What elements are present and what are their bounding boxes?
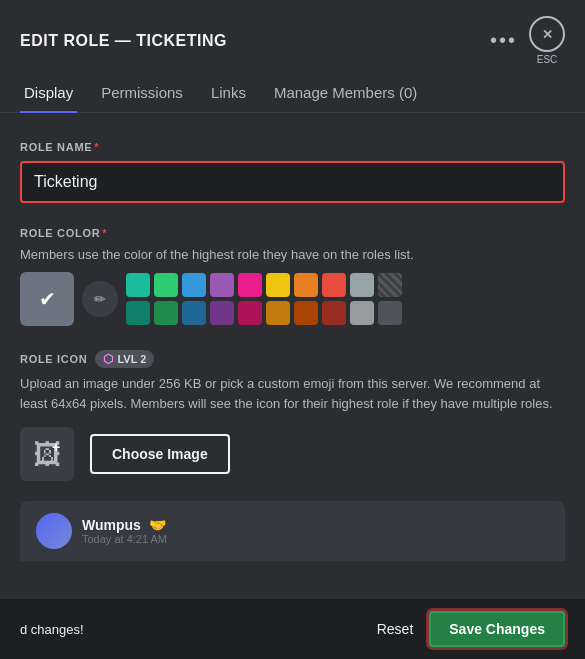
color-grid <box>126 273 402 325</box>
color-swatch[interactable] <box>126 273 150 297</box>
pencil-icon: ✏ <box>94 291 106 307</box>
reset-button[interactable]: Reset <box>377 621 414 637</box>
modal: EDIT ROLE — TICKETING ••• ✕ ESC Display … <box>0 0 585 659</box>
unsaved-changes-text: d changes! <box>20 622 361 637</box>
tab-permissions[interactable]: Permissions <box>97 74 187 113</box>
x-icon: ✕ <box>542 27 553 42</box>
modal-content: ROLE NAME* ROLE COLOR* Members use the c… <box>0 113 585 599</box>
color-swatch[interactable] <box>322 301 346 325</box>
color-swatch[interactable] <box>210 301 234 325</box>
color-swatch[interactable] <box>238 273 262 297</box>
choose-image-button[interactable]: Choose Image <box>90 434 230 474</box>
role-name-input[interactable] <box>20 161 565 203</box>
edit-color-button[interactable]: ✏ <box>82 281 118 317</box>
icon-upload-row: 🖼 + Choose Image <box>20 427 565 481</box>
modal-header: EDIT ROLE — TICKETING ••• ✕ ESC <box>0 0 585 65</box>
more-options-button[interactable]: ••• <box>490 29 517 52</box>
boost-icon: ⬡ <box>103 352 113 366</box>
color-swatch[interactable] <box>266 273 290 297</box>
role-icon-section: ROLE ICON ⬡ LVL 2 Upload an image under … <box>20 350 565 481</box>
role-color-description: Members use the color of the highest rol… <box>20 247 565 262</box>
esc-label: ESC <box>537 54 558 65</box>
role-name-label: ROLE NAME* <box>20 141 565 153</box>
icon-placeholder[interactable]: 🖼 + <box>20 427 74 481</box>
preview-avatar <box>36 513 72 549</box>
role-color-label: ROLE COLOR* <box>20 227 565 239</box>
color-row-2 <box>126 301 402 325</box>
preview-section: Wumpus 🤝 Today at 4:21 AM <box>20 501 565 561</box>
checkmark-icon: ✔ <box>39 287 56 311</box>
color-swatch[interactable] <box>154 301 178 325</box>
modal-footer: d changes! Reset Save Changes <box>0 599 585 659</box>
friend-add-icon: 🤝 <box>149 517 166 533</box>
color-swatch[interactable] <box>294 301 318 325</box>
color-swatch[interactable] <box>378 301 402 325</box>
role-color-section: ROLE COLOR* Members use the color of the… <box>20 227 565 326</box>
color-swatch[interactable] <box>182 301 206 325</box>
color-swatch[interactable] <box>182 273 206 297</box>
color-swatch[interactable] <box>238 301 262 325</box>
color-swatch[interactable] <box>210 273 234 297</box>
lvl-badge: ⬡ LVL 2 <box>95 350 154 368</box>
esc-button[interactable]: ✕ ESC <box>529 16 565 65</box>
save-changes-button[interactable]: Save Changes <box>429 611 565 647</box>
color-swatch[interactable] <box>126 301 150 325</box>
color-swatch[interactable] <box>294 273 318 297</box>
tab-display[interactable]: Display <box>20 74 77 113</box>
preview-timestamp: Today at 4:21 AM <box>82 533 167 545</box>
color-swatch[interactable] <box>154 273 178 297</box>
color-swatch[interactable] <box>322 273 346 297</box>
esc-circle: ✕ <box>529 16 565 52</box>
required-star-color: * <box>102 227 107 239</box>
tab-links[interactable]: Links <box>207 74 250 113</box>
color-picker-row: ✔ ✏ <box>20 272 565 326</box>
tab-manage-members[interactable]: Manage Members (0) <box>270 74 421 113</box>
role-icon-description: Upload an image under 256 KB or pick a c… <box>20 374 565 413</box>
color-swatch[interactable] <box>350 273 374 297</box>
header-actions: ••• ✕ ESC <box>490 16 565 65</box>
role-icon-title-row: ROLE ICON ⬡ LVL 2 <box>20 350 565 368</box>
three-dots-icon: ••• <box>490 29 517 52</box>
color-row-1 <box>126 273 402 297</box>
role-icon-label: ROLE ICON <box>20 353 87 365</box>
color-swatch[interactable] <box>266 301 290 325</box>
lvl-text: LVL 2 <box>117 353 146 365</box>
color-swatch-pattern[interactable] <box>378 273 402 297</box>
preview-message: Wumpus 🤝 Today at 4:21 AM <box>82 517 167 545</box>
modal-title: EDIT ROLE — TICKETING <box>20 32 227 50</box>
tabs-nav: Display Permissions Links Manage Members… <box>0 73 585 113</box>
role-name-section: ROLE NAME* <box>20 141 565 203</box>
selected-color-swatch[interactable]: ✔ <box>20 272 74 326</box>
preview-username: Wumpus <box>82 517 141 533</box>
required-star: * <box>94 141 99 153</box>
color-swatch[interactable] <box>350 301 374 325</box>
